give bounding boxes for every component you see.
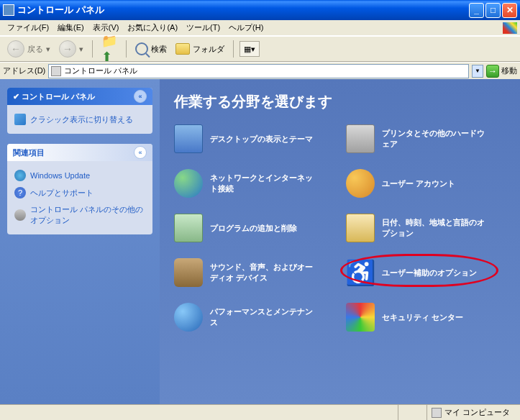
printer-icon xyxy=(346,124,375,153)
help-support-link[interactable]: ? ヘルプとサポート xyxy=(14,184,145,201)
category-label: パフォーマンスとメンテナンス xyxy=(210,306,318,328)
go-icon: → xyxy=(486,65,499,78)
category-label: ユーザー補助のオプション xyxy=(382,268,477,278)
panel-title: コントロール パネル xyxy=(22,91,95,102)
status-text: マイ コンピュータ xyxy=(444,407,510,418)
calendar-icon xyxy=(346,214,375,242)
minimize-button[interactable]: _ xyxy=(469,3,484,18)
category-accessibility[interactable]: ♿ ユーザー補助のオプション xyxy=(346,258,506,287)
sidebar: ✔ コントロール パネル « クラシック表示に切り替える 関連項目 « Wind… xyxy=(0,79,160,404)
address-bar: アドレス(D) コントロール パネル ▼ → 移動 xyxy=(0,62,520,79)
back-button[interactable]: ← 戻る ▾ xyxy=(4,39,53,59)
address-dropdown[interactable]: ▼ xyxy=(472,65,483,78)
up-button[interactable]: 📁⬆ xyxy=(99,40,120,58)
menu-tools[interactable]: ツール(T) xyxy=(182,20,224,35)
status-cell xyxy=(398,405,427,420)
link-label: ヘルプとサポート xyxy=(30,188,93,198)
separator xyxy=(233,40,234,58)
computer-icon xyxy=(432,408,442,418)
folders-label: フォルダ xyxy=(193,44,224,55)
category-label: ネットワークとインターネット接続 xyxy=(210,173,318,194)
separator xyxy=(92,40,93,58)
monitor-icon xyxy=(174,124,203,153)
category-sound[interactable]: サウンド、音声、およびオーディオ デバイス xyxy=(174,258,334,287)
dropdown-icon: ▾ xyxy=(79,45,83,54)
switch-classic-view-link[interactable]: クラシック表示に切り替える xyxy=(14,111,145,128)
category-label: ユーザー アカウント xyxy=(382,178,455,189)
maximize-button[interactable]: □ xyxy=(485,3,501,18)
category-add-remove[interactable]: プログラムの追加と削除 xyxy=(174,214,334,242)
main-area: 作業する分野を選びます デスクトップの表示とテーマ プリンタとその他のハードウェ… xyxy=(160,79,520,404)
close-button[interactable]: ✕ xyxy=(502,3,517,18)
collapse-icon: « xyxy=(134,90,147,103)
globe-icon xyxy=(174,169,203,198)
up-folder-icon: 📁⬆ xyxy=(101,41,117,57)
category-label: セキュリティ センター xyxy=(382,312,463,323)
category-date-time[interactable]: 日付、時刻、地域と言語のオプション xyxy=(346,214,506,242)
views-icon: ▦▾ xyxy=(244,45,255,54)
status-cell xyxy=(0,405,398,420)
status-location: マイ コンピュータ xyxy=(427,405,520,420)
windows-update-link[interactable]: Windows Update xyxy=(14,167,145,184)
other-options-link[interactable]: コントロール パネルのその他のオプション xyxy=(14,201,145,229)
users-icon xyxy=(346,169,375,198)
panel-check-icon: ✔ xyxy=(13,92,19,101)
category-label: サウンド、音声、およびオーディオ デバイス xyxy=(210,262,318,283)
category-label: 日付、時刻、地域と言語のオプション xyxy=(382,217,490,239)
dropdown-icon: ▾ xyxy=(46,45,50,54)
category-label: プリンタとその他のハードウェア xyxy=(382,128,490,150)
windows-flag-icon xyxy=(503,22,517,34)
collapse-icon: « xyxy=(134,146,147,159)
folder-icon xyxy=(175,43,190,55)
wheelchair-icon: ♿ xyxy=(346,258,375,287)
search-button[interactable]: 検索 xyxy=(132,41,170,57)
related-panel: 関連項目 « Windows Update ? ヘルプとサポート コントロール … xyxy=(7,144,152,234)
search-icon xyxy=(135,42,148,55)
control-panel-icon xyxy=(51,66,61,76)
separator xyxy=(126,40,127,58)
globe-icon xyxy=(14,170,26,181)
category-label: プログラムの追加と削除 xyxy=(210,223,297,234)
titlebar: コントロール パネル _ □ ✕ xyxy=(0,0,520,20)
menu-favorites[interactable]: お気に入り(A) xyxy=(123,20,182,35)
menu-bar: ファイル(F) 編集(E) 表示(V) お気に入り(A) ツール(T) ヘルプ(… xyxy=(0,20,520,36)
forward-icon: → xyxy=(59,40,76,58)
chart-icon xyxy=(174,303,203,332)
views-button[interactable]: ▦▾ xyxy=(240,41,260,57)
address-field[interactable]: コントロール パネル xyxy=(48,64,469,78)
category-users[interactable]: ユーザー アカウント xyxy=(346,169,506,198)
category-security[interactable]: セキュリティ センター xyxy=(346,303,506,332)
menu-help[interactable]: ヘルプ(H) xyxy=(224,20,268,35)
category-printers[interactable]: プリンタとその他のハードウェア xyxy=(346,124,506,153)
go-button[interactable]: → 移動 xyxy=(486,65,517,78)
status-bar: マイ コンピュータ xyxy=(0,404,520,420)
menu-file[interactable]: ファイル(F) xyxy=(3,20,53,35)
toolbar: ← 戻る ▾ → ▾ 📁⬆ 検索 フォルダ ▦▾ xyxy=(0,36,520,62)
back-label: 戻る xyxy=(27,44,43,55)
gear-icon xyxy=(14,209,26,221)
category-performance[interactable]: パフォーマンスとメンテナンス xyxy=(174,303,334,332)
link-label: コントロール パネルのその他のオプション xyxy=(30,204,145,226)
panel-header[interactable]: ✔ コントロール パネル « xyxy=(7,88,152,105)
address-value: コントロール パネル xyxy=(64,65,137,76)
link-label: Windows Update xyxy=(30,171,90,180)
menu-edit[interactable]: 編集(E) xyxy=(53,20,88,35)
back-icon: ← xyxy=(7,40,24,58)
shield-icon xyxy=(346,303,375,332)
window-icon xyxy=(3,4,14,16)
link-label: クラシック表示に切り替える xyxy=(30,114,133,125)
folders-button[interactable]: フォルダ xyxy=(173,42,227,56)
category-appearance[interactable]: デスクトップの表示とテーマ xyxy=(174,124,334,153)
panel-title: 関連項目 xyxy=(13,147,45,158)
control-panel-panel: ✔ コントロール パネル « クラシック表示に切り替える xyxy=(7,88,152,134)
panel-header[interactable]: 関連項目 « xyxy=(7,144,152,161)
search-label: 検索 xyxy=(151,44,167,55)
forward-button[interactable]: → ▾ xyxy=(56,39,86,59)
window-title: コントロール パネル xyxy=(17,4,469,17)
speaker-icon xyxy=(174,258,203,287)
help-icon: ? xyxy=(14,187,26,198)
cd-box-icon xyxy=(174,214,203,242)
address-label: アドレス(D) xyxy=(3,65,45,76)
category-network[interactable]: ネットワークとインターネット接続 xyxy=(174,169,334,198)
go-label: 移動 xyxy=(501,65,517,76)
